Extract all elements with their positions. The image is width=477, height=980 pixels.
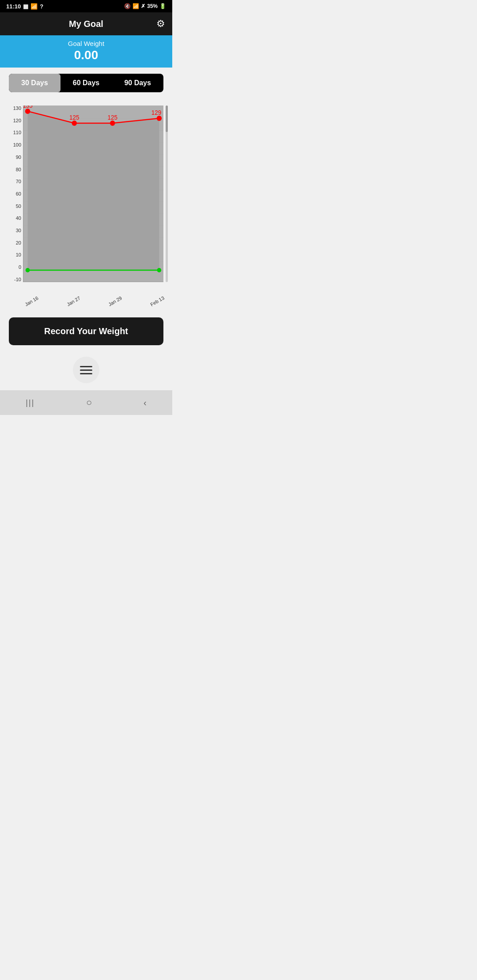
tab-60-days[interactable]: 60 Days <box>61 74 112 92</box>
label-135: 135 <box>23 106 33 109</box>
y-label-neg10: -10 <box>14 277 21 282</box>
battery-text: 35% <box>147 3 158 9</box>
bottom-nav: ||| ○ ‹ <box>0 390 172 415</box>
chart-fill <box>28 111 159 270</box>
app-title: My Goal <box>69 19 103 29</box>
home-icon[interactable]: ○ <box>86 397 92 408</box>
x-label-jan27: Jan 27 <box>66 295 81 307</box>
mute-icon: 🔇 <box>124 3 131 9</box>
y-label-120: 120 <box>13 118 21 123</box>
wifi-icon: 📶 <box>132 3 139 9</box>
tab-30-days[interactable]: 30 Days <box>9 74 61 92</box>
sim-icon: ▦ <box>23 3 28 10</box>
hamburger-area <box>0 352 172 390</box>
y-label-50: 50 <box>16 204 21 209</box>
status-left: 11:10 ▦ 📶 ? <box>6 3 43 10</box>
question-icon: ? <box>40 3 43 10</box>
status-bar: 11:10 ▦ 📶 ? 🔇 📶 ✗ 35% 🔋 <box>0 0 172 12</box>
app-header: My Goal ⚙ <box>0 12 172 35</box>
dot-jan16 <box>25 109 30 114</box>
goal-label: Goal Weight <box>0 40 172 47</box>
signal-icon: ✗ <box>141 3 145 9</box>
hamburger-line-2 <box>80 369 92 371</box>
chart-wrapper: 130 120 110 100 90 80 70 60 50 40 30 20 … <box>4 97 168 309</box>
y-axis: 130 120 110 100 90 80 70 60 50 40 30 20 … <box>4 106 23 282</box>
battery-icon: 🔋 <box>159 3 166 9</box>
x-label-jan29: Jan 29 <box>107 295 123 307</box>
y-label-70: 70 <box>16 179 21 184</box>
recent-apps-icon[interactable]: ||| <box>26 398 34 407</box>
y-label-90: 90 <box>16 155 21 160</box>
settings-icon[interactable]: ⚙ <box>156 18 165 30</box>
dot-jan29 <box>110 121 115 126</box>
status-right: 🔇 📶 ✗ 35% 🔋 <box>124 3 166 9</box>
back-icon[interactable]: ‹ <box>144 398 147 408</box>
y-label-130: 130 <box>13 106 21 111</box>
chart-svg: 135 125 125 129 <box>23 106 163 282</box>
goal-dot-right <box>157 268 162 272</box>
y-label-110: 110 <box>13 130 21 135</box>
hamburger-line-1 <box>80 366 92 367</box>
scrollbar <box>166 106 168 282</box>
goal-dot-left <box>26 268 30 272</box>
x-label-jan16: Jan 16 <box>24 295 39 307</box>
hamburger-line-3 <box>80 373 92 374</box>
y-label-30: 30 <box>16 228 21 233</box>
y-label-100: 100 <box>13 142 21 147</box>
call-icon: 📶 <box>30 3 38 10</box>
x-label-feb13: Feb 13 <box>149 295 165 307</box>
goal-value: 0.00 <box>0 48 172 62</box>
y-label-80: 80 <box>16 167 21 172</box>
menu-button[interactable] <box>73 357 99 383</box>
chart-plot-area: 135 125 125 129 <box>23 106 163 282</box>
y-label-40: 40 <box>16 215 21 221</box>
y-label-60: 60 <box>16 191 21 196</box>
y-label-20: 20 <box>16 240 21 245</box>
x-axis-labels: Jan 16 Jan 27 Jan 29 Feb 13 <box>23 299 163 304</box>
dot-feb13 <box>157 116 162 121</box>
goal-banner: Goal Weight 0.00 <box>0 35 172 68</box>
label-125b: 125 <box>108 114 118 121</box>
label-125a: 125 <box>69 114 80 121</box>
y-label-0: 0 <box>19 264 21 270</box>
y-label-10: 10 <box>16 252 21 257</box>
label-129: 129 <box>151 109 161 116</box>
day-tabs: 30 Days 60 Days 90 Days <box>9 74 163 92</box>
dot-jan27 <box>72 121 77 126</box>
record-weight-button[interactable]: Record Your Weight <box>9 317 163 345</box>
scrollbar-thumb <box>166 106 168 132</box>
tab-90-days[interactable]: 90 Days <box>112 74 163 92</box>
time: 11:10 <box>6 3 21 10</box>
